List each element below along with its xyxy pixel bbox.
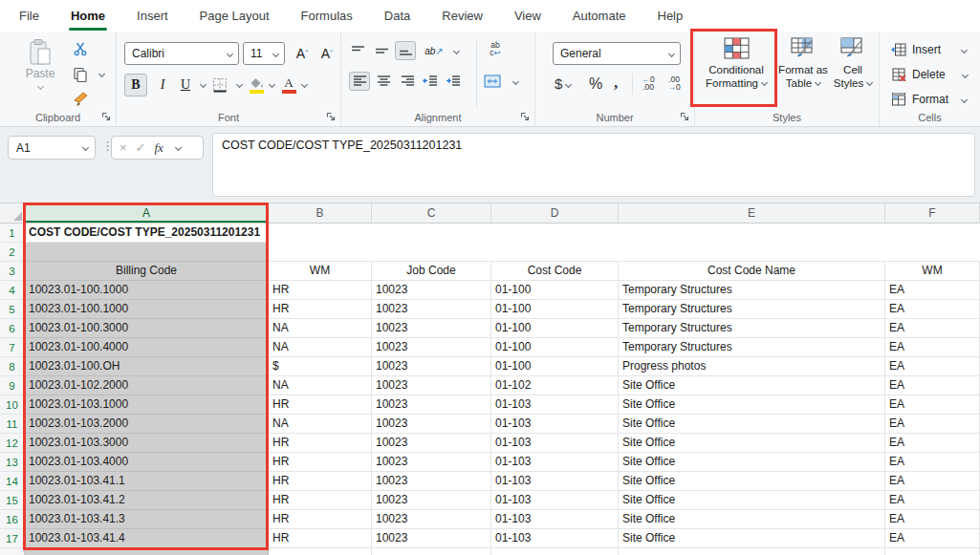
cell-B11[interactable]: NA bbox=[269, 415, 372, 434]
cell-F4[interactable]: EA bbox=[885, 281, 980, 300]
cell-D12[interactable]: 01-103 bbox=[491, 434, 619, 453]
cell-A16[interactable]: 10023.01-103.41.3 bbox=[25, 510, 269, 529]
cell-A7[interactable]: 10023.01-100.4000 bbox=[25, 338, 269, 357]
fill-color-chevron-icon[interactable] bbox=[269, 81, 275, 88]
col-header-A[interactable]: A bbox=[25, 203, 269, 224]
middle-align-button[interactable] bbox=[371, 41, 392, 60]
cell-Bx[interactable] bbox=[269, 548, 372, 555]
fill-color-button[interactable] bbox=[245, 74, 268, 96]
row-header-1[interactable]: 1 bbox=[0, 224, 25, 243]
cell-E3[interactable]: Cost Code Name bbox=[619, 262, 885, 281]
cell-E5[interactable]: Temporary Structures bbox=[619, 300, 885, 319]
borders-chevron-icon[interactable] bbox=[236, 81, 243, 88]
italic-button[interactable]: I bbox=[151, 74, 174, 96]
cell-F14[interactable]: EA bbox=[885, 472, 980, 491]
cell-C4[interactable]: 10023 bbox=[372, 281, 491, 300]
grow-font-button[interactable]: Aˆ bbox=[291, 42, 314, 65]
font-size-combobox[interactable]: 11 bbox=[243, 42, 285, 65]
cell-A15[interactable]: 10023.01-103.41.2 bbox=[25, 491, 269, 510]
cell-E16[interactable]: Site Office bbox=[619, 510, 885, 529]
cell-C3[interactable]: Job Code bbox=[372, 262, 491, 281]
cell-A8[interactable]: 10023.01-100.OH bbox=[25, 357, 269, 376]
col-header-F[interactable]: F bbox=[885, 203, 980, 224]
underline-button[interactable]: U bbox=[174, 74, 197, 96]
decrease-indent-button[interactable] bbox=[420, 72, 441, 91]
row-header-7[interactable]: 7 bbox=[0, 338, 25, 357]
row-header-12[interactable]: 12 bbox=[0, 434, 25, 453]
cancel-entry-icon[interactable]: × bbox=[120, 140, 127, 155]
cell-A5[interactable]: 10023.01-100.1000 bbox=[25, 300, 269, 319]
cell-F12[interactable]: EA bbox=[885, 434, 980, 453]
select-all-corner[interactable] bbox=[0, 203, 25, 224]
menu-tab-help[interactable]: Help bbox=[656, 0, 686, 32]
row-header-4[interactable]: 4 bbox=[0, 281, 25, 300]
cell-D6[interactable]: 01-100 bbox=[491, 319, 619, 338]
cell-D13[interactable]: 01-103 bbox=[491, 453, 619, 472]
cell-A10[interactable]: 10023.01-103.1000 bbox=[25, 395, 269, 415]
cell-D11[interactable]: 01-103 bbox=[491, 415, 619, 434]
cell-F2[interactable] bbox=[885, 243, 980, 262]
cell-E10[interactable]: Site Office bbox=[619, 395, 885, 415]
cell-A17[interactable]: 10023.01-103.41.4 bbox=[25, 529, 269, 548]
col-header-C[interactable]: C bbox=[372, 203, 491, 224]
cell-E14[interactable]: Site Office bbox=[619, 472, 885, 491]
cell-A14[interactable]: 10023.01-103.41.1 bbox=[25, 472, 269, 491]
top-align-button[interactable] bbox=[347, 41, 368, 60]
merge-center-chevron-icon[interactable] bbox=[512, 78, 519, 85]
cell-A4[interactable]: 10023.01-100.1000 bbox=[25, 281, 269, 300]
cell-B8[interactable]: $ bbox=[269, 357, 372, 376]
cell-B1[interactable] bbox=[269, 224, 372, 243]
align-left-button[interactable] bbox=[349, 72, 370, 91]
name-box[interactable]: A1 bbox=[8, 136, 96, 160]
alignment-dialog-launcher-icon[interactable] bbox=[520, 112, 530, 121]
cell-E12[interactable]: Site Office bbox=[619, 434, 885, 453]
col-header-B[interactable]: B bbox=[269, 203, 372, 224]
menu-tab-insert[interactable]: Insert bbox=[135, 0, 170, 32]
col-header-E[interactable]: E bbox=[619, 203, 885, 224]
menu-tab-view[interactable]: View bbox=[512, 0, 543, 32]
cell-B12[interactable]: HR bbox=[269, 434, 372, 453]
cell-A6[interactable]: 10023.01-100.3000 bbox=[25, 319, 269, 338]
cut-button[interactable] bbox=[73, 41, 88, 56]
confirm-entry-icon[interactable]: ✓ bbox=[136, 140, 146, 155]
menu-tab-review[interactable]: Review bbox=[440, 0, 485, 32]
row-header-partial[interactable] bbox=[0, 548, 25, 555]
cell-B10[interactable]: HR bbox=[269, 395, 372, 415]
cell-B6[interactable]: NA bbox=[269, 319, 372, 338]
menu-tab-formulas[interactable]: Formulas bbox=[299, 0, 355, 32]
cell-C10[interactable]: 10023 bbox=[372, 395, 491, 415]
conditional-formatting-button[interactable]: Conditional Formatting bbox=[696, 37, 776, 90]
cell-Ax[interactable] bbox=[25, 548, 269, 555]
cell-B9[interactable]: NA bbox=[269, 376, 372, 395]
cell-F1[interactable] bbox=[885, 224, 980, 243]
cell-C2[interactable] bbox=[372, 243, 491, 262]
cell-B16[interactable]: HR bbox=[269, 510, 372, 529]
format-painter-button[interactable] bbox=[73, 92, 89, 107]
cell-B7[interactable]: NA bbox=[269, 338, 372, 357]
row-header-14[interactable]: 14 bbox=[0, 472, 25, 491]
cell-Ex[interactable] bbox=[619, 548, 885, 555]
cell-styles-button[interactable]: Cell Styles bbox=[830, 37, 876, 90]
row-header-17[interactable]: 17 bbox=[0, 529, 25, 548]
cell-B5[interactable]: HR bbox=[269, 300, 372, 319]
formula-input[interactable]: COST CODE/COST TYPE_20250311201231 bbox=[212, 133, 975, 197]
underline-chevron-icon[interactable] bbox=[200, 81, 207, 88]
cell-A1[interactable]: COST CODE/COST TYPE_20250311201231 bbox=[25, 224, 269, 243]
percent-button[interactable]: % bbox=[589, 75, 602, 93]
cell-C9[interactable]: 10023 bbox=[372, 376, 491, 395]
borders-button[interactable] bbox=[208, 74, 231, 96]
cell-E15[interactable]: Site Office bbox=[619, 491, 885, 510]
cell-F13[interactable]: EA bbox=[885, 453, 980, 472]
merge-center-button[interactable] bbox=[483, 72, 502, 91]
increase-indent-button[interactable] bbox=[443, 72, 464, 91]
cell-C7[interactable]: 10023 bbox=[372, 338, 491, 357]
cell-Cx[interactable] bbox=[372, 548, 491, 555]
font-name-combobox[interactable]: Calibri bbox=[124, 42, 239, 65]
row-header-16[interactable]: 16 bbox=[0, 510, 25, 529]
cell-F17[interactable]: EA bbox=[885, 529, 980, 548]
cell-E1[interactable] bbox=[619, 224, 885, 243]
row-header-11[interactable]: 11 bbox=[0, 415, 25, 434]
cell-C8[interactable]: 10023 bbox=[372, 357, 491, 376]
currency-button[interactable]: $ bbox=[555, 75, 571, 92]
shrink-font-button[interactable]: Aˇ bbox=[316, 42, 338, 65]
